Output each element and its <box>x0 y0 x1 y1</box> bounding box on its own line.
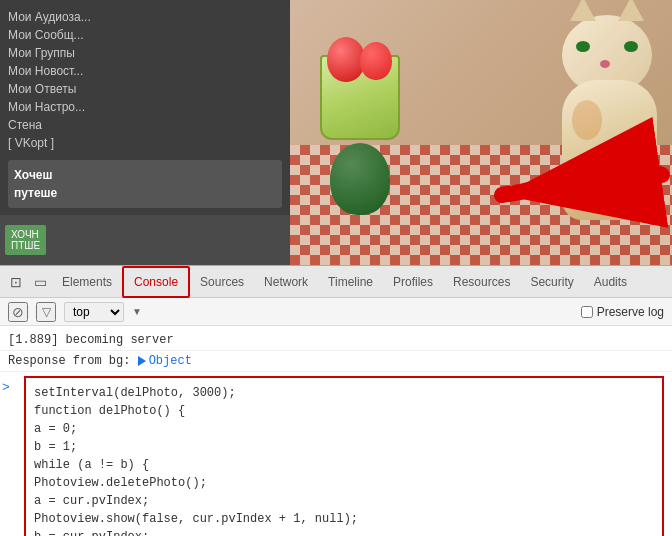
code-line: b = cur.pvIndex; <box>34 528 654 536</box>
ad-green-button[interactable]: ХОЧНПТШЕ <box>5 225 46 255</box>
bucket <box>320 55 400 140</box>
preserve-log-label: Preserve log <box>597 305 664 319</box>
devtools-toolbar: ⊡ ▭ Elements Console Sources Network Tim… <box>0 266 672 298</box>
cat-right-eye <box>624 41 638 52</box>
cat-left-ear <box>570 0 596 21</box>
inspect-element-button[interactable]: ⊡ <box>4 270 28 294</box>
sidebar-link[interactable]: Мои Настро... <box>8 98 282 116</box>
tab-audits[interactable]: Audits <box>584 266 637 298</box>
cat-patch <box>572 100 602 140</box>
tab-elements[interactable]: Elements <box>52 266 122 298</box>
cat-nose <box>600 60 610 68</box>
cat-body <box>562 80 657 220</box>
devtools-panel: ⊡ ▭ Elements Console Sources Network Tim… <box>0 265 672 536</box>
sidebar-link[interactable]: Мои Ответы <box>8 80 282 98</box>
tab-console[interactable]: Console <box>122 266 190 298</box>
cat-left-eye <box>576 41 590 52</box>
tab-sources[interactable]: Sources <box>190 266 254 298</box>
console-line-response: Response from bg: Object <box>0 351 672 372</box>
sidebar-link[interactable]: Мои Аудиоза... <box>8 8 282 26</box>
left-sidebar: Мои Аудиоза... Мои Сообщ... Мои Группы М… <box>0 0 290 265</box>
sidebar-ad: ХОЧНПТШЕ <box>0 215 290 265</box>
device-mode-button[interactable]: ▭ <box>28 270 52 294</box>
console-text: [1.889] becoming server <box>8 331 664 349</box>
prompt-arrow: > <box>2 380 10 395</box>
sidebar-link[interactable]: Стена <box>8 116 282 134</box>
code-line: b = 1; <box>34 438 654 456</box>
tab-network[interactable]: Network <box>254 266 318 298</box>
preserve-log-checkbox[interactable] <box>581 306 593 318</box>
code-block-container: > setInterval(delPhoto, 3000); function … <box>16 376 672 536</box>
object-link[interactable]: Object <box>149 354 192 368</box>
tab-timeline[interactable]: Timeline <box>318 266 383 298</box>
tab-resources[interactable]: Resources <box>443 266 520 298</box>
tab-profiles[interactable]: Profiles <box>383 266 443 298</box>
photo-background <box>290 0 672 265</box>
sidebar-link[interactable]: Мои Группы <box>8 44 282 62</box>
console-line-becoming-server: [1.889] becoming server <box>0 330 672 351</box>
expand-icon[interactable] <box>138 356 146 366</box>
preserve-log-area: Preserve log <box>581 305 664 319</box>
filter-button[interactable]: ▽ <box>36 302 56 322</box>
webpage-area: Мои Аудиоза... Мои Сообщ... Мои Группы М… <box>0 0 672 265</box>
cat-right-ear <box>618 0 644 21</box>
ad-bold-text: Хочешпутеше <box>14 168 57 200</box>
sidebar-link[interactable]: Мои Новост... <box>8 62 282 80</box>
dropdown-arrow-icon: ▼ <box>132 306 142 317</box>
code-line: while (a != b) { <box>34 456 654 474</box>
cat <box>502 5 672 235</box>
photo-area <box>290 0 672 265</box>
code-line: a = cur.pvIndex; <box>34 492 654 510</box>
code-line: Photoview.show(false, cur.pvIndex + 1, n… <box>34 510 654 528</box>
console-output: [1.889] becoming server Response from bg… <box>0 326 672 536</box>
console-toolbar: ⊘ ▽ top ▼ Preserve log <box>0 298 672 326</box>
console-text: Response from bg: Object <box>8 352 664 370</box>
code-line: setInterval(delPhoto, 3000); <box>34 384 654 402</box>
sidebar-link[interactable]: Мои Сообщ... <box>8 26 282 44</box>
context-selector[interactable]: top <box>64 302 124 322</box>
sidebar-link[interactable]: [ VKopt ] <box>8 134 282 152</box>
clear-console-button[interactable]: ⊘ <box>8 302 28 322</box>
code-line: Photoview.deletePhoto(); <box>34 474 654 492</box>
code-line: function delPhoto() { <box>34 402 654 420</box>
code-block: setInterval(delPhoto, 3000); function de… <box>24 376 664 536</box>
code-line: a = 0; <box>34 420 654 438</box>
tab-security[interactable]: Security <box>520 266 583 298</box>
bucket-container <box>310 30 410 140</box>
green-egg <box>330 143 390 215</box>
red-egg-2 <box>360 42 392 80</box>
